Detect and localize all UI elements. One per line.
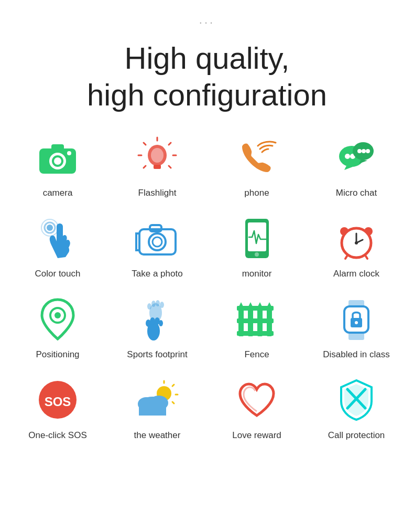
feature-colortouch: Color touch	[10, 215, 105, 280]
sportsfootprint-icon	[134, 295, 181, 343]
feature-callprotection: Call protection	[309, 376, 404, 441]
sportsfootprint-label: Sports footprint	[127, 349, 187, 360]
alarmclock-label: Alarm clock	[333, 268, 379, 280]
svg-point-27	[149, 233, 166, 250]
microchat-label: Micro chat	[336, 187, 377, 199]
colortouch-icon	[34, 215, 81, 262]
takeaphoto-label: Take a photo	[132, 268, 182, 280]
monitor-icon	[233, 215, 280, 262]
lovereward-icon	[233, 376, 280, 423]
svg-point-22	[366, 149, 370, 153]
feature-flashlight: Flashlight	[110, 134, 204, 199]
svg-point-20	[357, 149, 362, 153]
monitor-label: monitor	[242, 268, 272, 280]
svg-line-10	[169, 143, 171, 145]
svg-point-41	[355, 241, 358, 244]
feature-fence: Fence	[210, 295, 304, 360]
feature-positioning: Positioning	[10, 295, 105, 360]
svg-point-28	[152, 237, 162, 247]
svg-point-7	[151, 148, 164, 163]
phone-icon	[233, 134, 280, 181]
svg-point-53	[149, 303, 162, 322]
svg-rect-60	[237, 331, 274, 336]
svg-point-48	[159, 320, 163, 326]
camera-label: camera	[43, 187, 73, 199]
lovereward-label: Love reward	[232, 430, 281, 441]
feature-phone: phone	[210, 134, 304, 199]
svg-line-76	[172, 402, 174, 403]
svg-point-17	[345, 154, 350, 159]
positioning-icon	[34, 295, 81, 343]
fence-label: Fence	[244, 349, 269, 360]
disabledinclass-label: Disabled in class	[323, 349, 390, 360]
positioning-label: Positioning	[36, 349, 79, 360]
svg-line-11	[144, 143, 146, 145]
feature-lovereward: Love reward	[210, 376, 304, 441]
svg-rect-81	[139, 409, 166, 416]
alarmclock-icon	[333, 215, 380, 262]
feature-oneclicksos: SOS One-click SOS	[10, 376, 105, 441]
oneclicksos-label: One-click SOS	[28, 430, 86, 441]
theweather-icon	[134, 376, 181, 423]
microchat-icon	[333, 134, 380, 181]
feature-alarmclock: Alarm clock	[309, 215, 404, 280]
svg-point-25	[47, 225, 53, 231]
svg-point-5	[67, 151, 71, 155]
flashlight-icon	[134, 134, 181, 181]
svg-marker-61	[238, 302, 244, 307]
feature-camera: camera	[10, 134, 105, 199]
flashlight-label: Flashlight	[138, 187, 177, 199]
svg-point-3	[54, 157, 61, 165]
camera-icon	[34, 134, 81, 181]
svg-rect-67	[348, 333, 364, 340]
phone-label: phone	[244, 187, 269, 199]
svg-rect-59	[237, 318, 274, 323]
svg-point-43	[55, 312, 61, 318]
svg-point-69	[355, 321, 358, 324]
svg-rect-4	[51, 144, 64, 151]
callprotection-icon	[333, 376, 380, 423]
svg-rect-66	[348, 300, 364, 307]
svg-marker-64	[267, 302, 272, 307]
features-grid: camera Flashlight phone	[10, 134, 404, 441]
svg-marker-63	[257, 302, 263, 307]
svg-point-21	[362, 149, 366, 153]
headline: High quality, high configuration	[87, 40, 327, 113]
feature-sportsfootprint: Sports footprint	[110, 295, 204, 360]
feature-microchat: Micro chat	[309, 134, 404, 199]
fence-icon	[233, 295, 280, 343]
svg-text:SOS: SOS	[45, 395, 71, 409]
oneclicksos-icon: SOS	[34, 376, 81, 423]
feature-monitor: monitor	[210, 215, 304, 280]
feature-theweather: the weather	[110, 376, 204, 441]
colortouch-label: Color touch	[35, 268, 81, 280]
theweather-label: the weather	[134, 430, 181, 441]
svg-line-74	[172, 385, 174, 386]
svg-point-32	[255, 252, 259, 257]
svg-marker-62	[248, 302, 253, 307]
takeaphoto-icon	[134, 215, 181, 262]
callprotection-label: Call protection	[328, 430, 385, 441]
disabledinclass-icon	[333, 295, 380, 343]
feature-takeaphoto: Take a photo	[110, 215, 204, 280]
svg-rect-8	[154, 165, 161, 169]
svg-line-15	[144, 166, 146, 168]
dots: ···	[199, 16, 215, 29]
feature-disabledinclass: Disabled in class	[309, 295, 404, 360]
svg-line-14	[169, 166, 171, 168]
